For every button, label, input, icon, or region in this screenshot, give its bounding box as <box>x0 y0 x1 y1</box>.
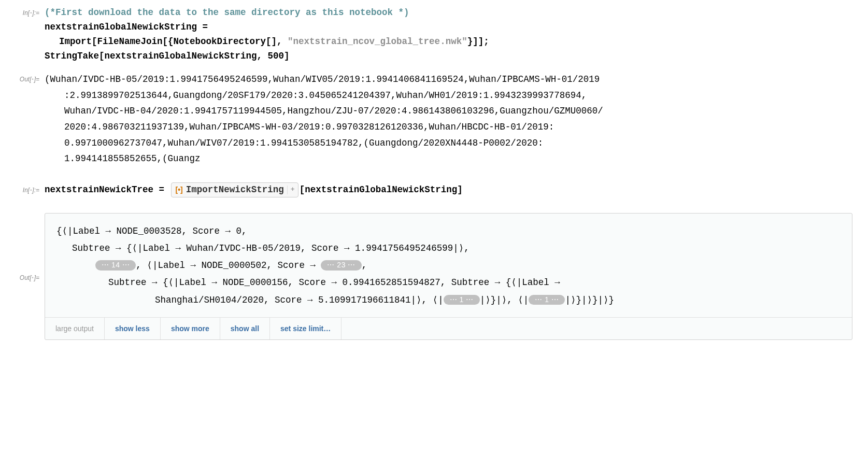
out-label: Out[•]= <box>5 270 45 283</box>
input-1-code[interactable]: (*First download the data to the same di… <box>45 5 852 63</box>
in-label: In[•]:= <box>5 182 45 195</box>
show-less-button[interactable]: show less <box>105 318 161 339</box>
input-cell-2: In[•]:= nextstrainNewickTree = [•]Import… <box>5 182 852 197</box>
output-line: Shanghai/SH0104/2020, Score → 5.10991719… <box>56 292 841 309</box>
input-2-code[interactable]: nextstrainNewickTree = [•]ImportNewickSt… <box>45 182 852 197</box>
large-output-content: {⟨|Label → NODE_0003528, Score → 0, Subt… <box>56 223 841 309</box>
elided-pill[interactable]: ⋯ 23 ⋯ <box>321 260 361 271</box>
resource-function-badge[interactable]: [•]ImportNewickString+ <box>171 182 298 197</box>
in-label: In[•]:= <box>5 5 45 18</box>
out-label: Out[•]= <box>5 72 45 84</box>
output-line: ⋯ 14 ⋯, ⟨|Label → NODE_0000502, Score → … <box>56 257 841 274</box>
large-output-label: large output <box>45 318 105 339</box>
code-text: [nextstrainGlobalNewickString] <box>300 184 463 195</box>
resource-function-icon: [•] <box>176 185 183 194</box>
output-line: 1.994141855852655,(Guangz <box>45 151 852 167</box>
code-line: nextstrainGlobalNewickString = <box>45 20 852 34</box>
set-size-limit-button[interactable]: set size limit… <box>270 318 341 339</box>
output-line: Subtree → {⟨|Label → NODE_0000156, Score… <box>56 274 841 291</box>
code-line: StringTake[nextstrainGlobalNewickString,… <box>45 49 852 63</box>
show-all-button[interactable]: show all <box>220 318 270 339</box>
output-1-text: (Wuhan/IVDC-HB-05/2019:1.994175649524659… <box>45 72 852 167</box>
output-line: (Wuhan/IVDC-HB-05/2019:1.994175649524659… <box>45 72 852 88</box>
output-cell-2: Out[•]= {⟨|Label → NODE_0003528, Score →… <box>5 213 852 340</box>
large-output-footer: large output show less show more show al… <box>45 317 852 339</box>
output-line: {⟨|Label → NODE_0003528, Score → 0, <box>56 223 841 240</box>
elided-pill[interactable]: ⋯ 1 ⋯ <box>529 295 565 305</box>
show-more-button[interactable]: show more <box>161 318 220 339</box>
output-2-box-wrap: {⟨|Label → NODE_0003528, Score → 0, Subt… <box>45 213 852 340</box>
elided-pill[interactable]: ⋯ 14 ⋯ <box>95 260 136 271</box>
expand-icon[interactable]: + <box>287 186 295 194</box>
large-output-box: {⟨|Label → NODE_0003528, Score → 0, Subt… <box>45 213 852 340</box>
code-line: Import[FileNameJoin[{NotebookDirectory[]… <box>45 34 852 49</box>
output-line: 2020:4.986703211937139,Wuhan/IPBCAMS-WH-… <box>45 119 852 135</box>
output-line: Wuhan/IVDC-HB-04/2020:1.9941757119944505… <box>45 103 852 119</box>
output-line: 0.9971000962737047,Wuhan/WIV07/2019:1.99… <box>45 135 852 151</box>
code-text: nextstrainNewickTree = <box>45 184 170 195</box>
output-line: Subtree → {⟨|Label → Wuhan/IVDC-HB-05/20… <box>56 240 841 257</box>
input-cell-1: In[•]:= (*First download the data to the… <box>5 5 852 63</box>
code-comment: (*First download the data to the same di… <box>45 5 852 20</box>
elided-pill[interactable]: ⋯ 1 ⋯ <box>444 295 480 305</box>
output-cell-1: Out[•]= (Wuhan/IVDC-HB-05/2019:1.9941756… <box>5 72 852 167</box>
resource-function-name: ImportNewickString <box>186 184 284 196</box>
output-line: :2.9913899702513644,Guangdong/20SF179/20… <box>45 88 852 104</box>
